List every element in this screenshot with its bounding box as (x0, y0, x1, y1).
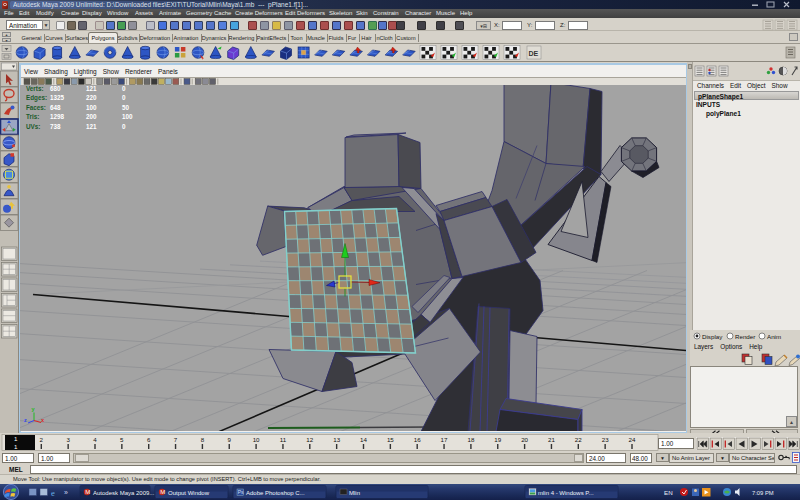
svg-text:12: 12 (306, 436, 313, 443)
svg-text:648: 648 (50, 103, 61, 110)
svg-text:5: 5 (120, 436, 124, 443)
svg-text:4: 4 (93, 436, 97, 443)
svg-text:Mlin: Mlin (349, 490, 360, 496)
svg-text:UVs:: UVs: (26, 122, 40, 129)
svg-text:Output Window: Output Window (168, 490, 210, 496)
svg-text:220: 220 (86, 94, 97, 101)
svg-text:22: 22 (575, 436, 582, 443)
svg-text:M: M (160, 489, 165, 495)
svg-text:1325: 1325 (50, 94, 65, 101)
svg-text:17: 17 (441, 436, 448, 443)
svg-text:M: M (85, 489, 90, 495)
svg-text:15: 15 (387, 436, 394, 443)
svg-text:Verts:: Verts: (26, 85, 44, 92)
svg-text:0: 0 (122, 122, 126, 129)
svg-text:DE: DE (529, 50, 539, 57)
svg-text:Ps: Ps (238, 489, 244, 495)
svg-text:Faces:: Faces: (26, 103, 46, 110)
svg-text:11: 11 (280, 436, 287, 443)
svg-text:680: 680 (50, 85, 61, 92)
svg-text:»: » (64, 489, 68, 496)
svg-text:3: 3 (66, 436, 70, 443)
svg-text:20: 20 (521, 436, 528, 443)
svg-text:7: 7 (174, 436, 178, 443)
svg-text:121: 121 (86, 122, 97, 129)
svg-text:18: 18 (467, 436, 474, 443)
svg-text:1298: 1298 (50, 113, 65, 120)
svg-text:Edges:: Edges: (26, 94, 47, 102)
svg-text:Display: Display (702, 333, 723, 340)
svg-text:14: 14 (360, 436, 367, 443)
svg-text:Adobe Photoshop C...: Adobe Photoshop C... (246, 490, 305, 496)
svg-text:10: 10 (253, 436, 260, 443)
svg-text:e: e (51, 488, 55, 498)
svg-text:EN: EN (664, 489, 673, 496)
svg-text:8: 8 (201, 436, 205, 443)
svg-text:0: 0 (122, 85, 126, 92)
svg-text:0: 0 (122, 94, 126, 101)
svg-text:6: 6 (147, 436, 151, 443)
svg-text:24: 24 (629, 436, 636, 443)
svg-text:50: 50 (122, 103, 130, 110)
svg-text:1: 1 (14, 435, 18, 442)
svg-text:100: 100 (86, 103, 97, 110)
svg-text:z: z (24, 417, 27, 423)
svg-text:200: 200 (86, 113, 97, 120)
svg-text:7:09 PM: 7:09 PM (752, 490, 774, 496)
svg-text:9: 9 (228, 436, 232, 443)
svg-text:mlin 4 - Windows P...: mlin 4 - Windows P... (538, 490, 594, 496)
svg-text:16: 16 (414, 436, 421, 443)
svg-text:21: 21 (548, 436, 555, 443)
svg-text:738: 738 (50, 122, 61, 129)
svg-text:Render: Render (735, 333, 755, 340)
svg-text:13: 13 (333, 436, 340, 443)
svg-text:19: 19 (494, 436, 501, 443)
svg-text:2: 2 (40, 436, 44, 443)
svg-text:Anim: Anim (767, 333, 781, 340)
svg-text:Autodesk Maya 2009...: Autodesk Maya 2009... (93, 490, 155, 496)
svg-text:Tris:: Tris: (26, 113, 39, 120)
svg-text:121: 121 (86, 85, 97, 92)
svg-text:23: 23 (602, 436, 609, 443)
svg-text:1: 1 (14, 443, 18, 450)
svg-text:100: 100 (122, 113, 133, 120)
